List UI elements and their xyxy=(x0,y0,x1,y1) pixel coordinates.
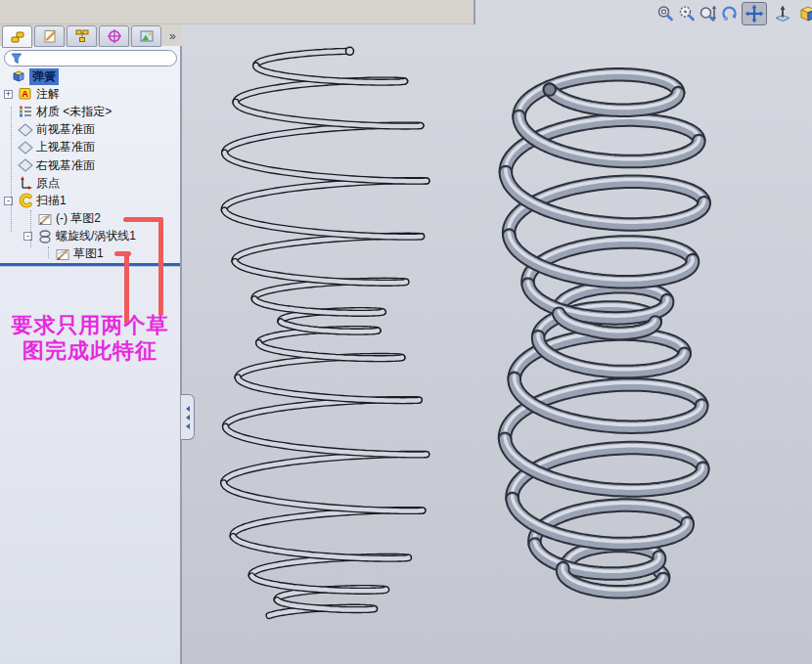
collapse-arrow-icon xyxy=(186,423,190,429)
feature-tree: 弹簧 + A 注解 材质 <未指定> xyxy=(0,67,180,263)
tree-item-top-plane[interactable]: 上视基准面 xyxy=(0,139,180,156)
tree-guide-line xyxy=(48,246,49,258)
expand-toggle[interactable]: + xyxy=(4,90,13,99)
dimxpertmanager-tab[interactable] xyxy=(99,25,129,47)
panel-tabs-overflow[interactable]: » xyxy=(169,25,176,46)
sweep-icon xyxy=(17,193,33,208)
displaymanager-tab[interactable] xyxy=(131,25,161,47)
tree-item-origin[interactable]: 原点 xyxy=(0,174,180,192)
panel-manager-tabs: » xyxy=(0,24,182,46)
material-icon xyxy=(17,104,33,119)
annotation-text: 要求只用两个草 图完成此特征 xyxy=(0,313,180,364)
viewport-canvas xyxy=(182,0,812,664)
tree-item-helix-spiral1[interactable]: - 螺旋线/涡状线1 xyxy=(0,228,180,245)
svg-text:A: A xyxy=(22,89,28,99)
view-orientation-icon[interactable] xyxy=(798,4,812,23)
tree-item-annotations[interactable]: + A 注解 xyxy=(0,85,180,103)
filter-funnel-icon xyxy=(10,52,23,65)
shaded-spring xyxy=(505,72,704,592)
propertymanager-icon xyxy=(42,28,58,44)
callout-line xyxy=(123,217,163,222)
zoom-in-out-icon[interactable] xyxy=(699,4,718,23)
tree-filter xyxy=(4,50,177,66)
tree-root-label: 弹簧 xyxy=(29,68,59,85)
tree-guide-line xyxy=(30,210,31,247)
command-manager-strip xyxy=(0,0,475,24)
collapse-arrow-icon xyxy=(186,406,190,412)
graphics-viewport[interactable] xyxy=(182,0,812,664)
tree-item-label: 注解 xyxy=(36,86,60,103)
tree-item-label: 螺旋线/涡状线1 xyxy=(56,228,136,244)
tree-item-label: 扫描1 xyxy=(36,193,67,209)
featuremanager-icon xyxy=(10,29,25,45)
annotation-line2: 图完成此特征 xyxy=(0,338,180,364)
tree-item-label: 原点 xyxy=(36,175,60,192)
tree-item-label: 草图1 xyxy=(73,245,104,262)
plane-icon xyxy=(17,157,33,173)
heads-up-toolbar xyxy=(655,2,812,25)
tree-item-label: 右视基准面 xyxy=(36,157,95,174)
collapse-arrow-icon xyxy=(186,415,190,421)
plane-icon xyxy=(17,122,33,138)
annotation-line1: 要求只用两个草 xyxy=(0,313,180,338)
tree-item-front-plane[interactable]: 前视基准面 xyxy=(0,121,180,139)
tree-item-label: 前视基准面 xyxy=(36,121,95,138)
tree-item-label: 上视基准面 xyxy=(36,139,95,155)
pan-icon[interactable] xyxy=(742,2,767,25)
configurationmanager-tab[interactable] xyxy=(67,25,97,47)
sketch-icon xyxy=(36,211,53,227)
helix-icon xyxy=(36,229,53,244)
normal-to-icon[interactable] xyxy=(773,4,792,23)
tree-root-item[interactable]: 弹簧 xyxy=(0,67,180,85)
tree-item-sweep1[interactable]: - 扫描1 xyxy=(0,192,180,209)
tree-item-right-plane[interactable]: 右视基准面 xyxy=(0,156,180,174)
sketch-icon xyxy=(54,246,70,262)
featuremanager-panel: 弹簧 + A 注解 材质 <未指定> xyxy=(0,46,182,664)
featuremanager-tab[interactable] xyxy=(2,25,32,48)
tree-item-label: (-) 草图2 xyxy=(56,210,101,227)
callout-line xyxy=(158,217,163,316)
zoom-to-fit-icon[interactable] xyxy=(655,4,675,23)
displaymanager-icon xyxy=(139,28,155,44)
rollback-bar[interactable] xyxy=(0,263,180,266)
wireframe-spring xyxy=(224,47,427,615)
plane-icon xyxy=(17,140,33,155)
annotations-icon: A xyxy=(17,86,33,102)
rotate-view-icon[interactable] xyxy=(720,4,740,23)
tree-guide-line xyxy=(11,107,12,232)
filter-input[interactable] xyxy=(23,52,176,65)
part-icon xyxy=(10,68,26,84)
origin-icon xyxy=(17,175,33,191)
solidworks-window: 特征 草图 曲面 钣金 评估 DimXpert 办公室产品 xyxy=(0,0,812,664)
tree-item-label: 材质 <未指定> xyxy=(36,104,112,120)
panel-collapse-handle[interactable] xyxy=(181,394,195,440)
zoom-to-area-icon[interactable] xyxy=(677,4,697,23)
configurationmanager-icon xyxy=(74,28,90,44)
tree-item-material[interactable]: 材质 <未指定> xyxy=(0,103,180,120)
propertymanager-tab[interactable] xyxy=(34,25,65,47)
dimxpertmanager-icon xyxy=(107,28,122,44)
tree-item-sketch1[interactable]: 草图1 xyxy=(0,245,180,263)
